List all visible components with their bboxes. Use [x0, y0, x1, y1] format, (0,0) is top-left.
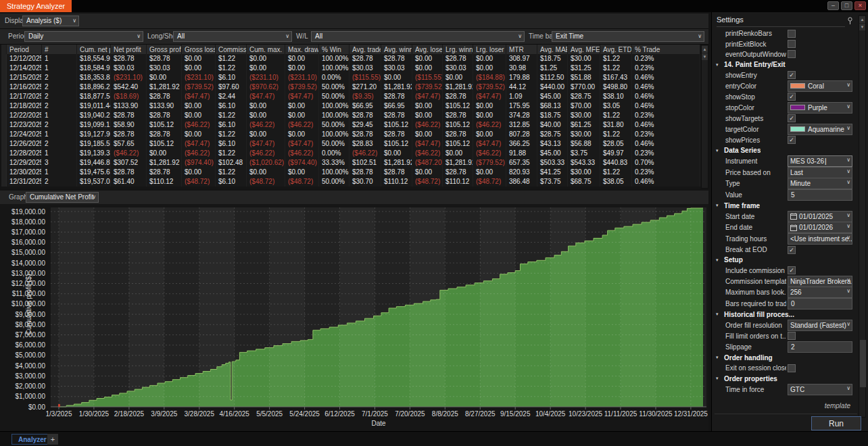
table-cell[interactable]: $19,139.33	[77, 149, 111, 158]
table-cell[interactable]: ($47.47)	[473, 92, 506, 101]
table-cell[interactable]: 12/14/2025	[7, 64, 42, 73]
table-cell[interactable]: 657.35	[506, 158, 537, 168]
table-cell[interactable]: $19,011.44	[77, 101, 111, 111]
table-cell[interactable]: $0.00	[182, 111, 216, 120]
table-cell[interactable]: $105.12	[381, 139, 412, 149]
table-cell[interactable]: $1.22	[216, 64, 247, 73]
table-cell[interactable]: $0.00	[285, 54, 319, 64]
table-cell[interactable]: ($46.22)	[473, 120, 506, 130]
table-cell[interactable]: $6.10	[216, 73, 247, 82]
table-cell[interactable]: 12/31/2025	[7, 177, 42, 187]
table-cell[interactable]: $6.10	[216, 101, 247, 111]
table-cell[interactable]: $1.22	[216, 111, 247, 120]
table-cell[interactable]: $28.75	[568, 92, 600, 101]
table-cell[interactable]: $28.78	[147, 111, 182, 120]
table-cell[interactable]: $0.00	[443, 149, 473, 158]
table-cell[interactable]: $1.22	[600, 64, 632, 73]
table-cell[interactable]: ($47.47)	[412, 139, 443, 149]
table-cell[interactable]: $1,281.92	[443, 158, 473, 168]
table-cell[interactable]: ($18.69)	[111, 92, 147, 101]
table-cell[interactable]: $66.95	[349, 101, 381, 111]
scroll-up-icon[interactable]: ▲	[702, 46, 708, 53]
table-cell[interactable]: $28.78	[349, 168, 381, 177]
table-cell[interactable]: $28.78	[147, 130, 182, 139]
checkbox[interactable]: ✓	[788, 246, 796, 254]
table-cell[interactable]: $0.00	[247, 111, 285, 120]
table-cell[interactable]: $0.00	[412, 101, 443, 111]
table-cell[interactable]: $28.78	[381, 130, 412, 139]
table-cell[interactable]: 100.00%	[319, 168, 349, 177]
table-cell[interactable]: $19,446.85	[77, 158, 111, 168]
table-cell[interactable]: $18.75	[537, 111, 568, 120]
table-cell[interactable]: $30.03	[381, 64, 412, 73]
table-cell[interactable]: 12/22/2025	[7, 111, 42, 120]
table-cell[interactable]: 2	[42, 177, 77, 187]
table-cell[interactable]: $1.22	[216, 168, 247, 177]
table-cell[interactable]: $28.78	[443, 92, 473, 101]
table-cell[interactable]: $2.44	[216, 92, 247, 101]
setting-category[interactable]: ▾Order handling	[715, 353, 857, 363]
table-cell[interactable]: $503.33	[537, 158, 568, 168]
wl-dropdown[interactable]: All ∨	[311, 31, 525, 42]
table-cell[interactable]: ($46.22)	[285, 120, 319, 130]
table-cell[interactable]: $28.78	[111, 168, 147, 177]
table-cell[interactable]: $6.10	[216, 177, 247, 187]
add-tab-button[interactable]: +	[47, 434, 58, 445]
period-dropdown[interactable]: Daily ∨	[24, 31, 143, 42]
table-cell[interactable]: 2	[42, 92, 77, 101]
table-cell[interactable]: 12/17/2025	[7, 92, 42, 101]
table-cell[interactable]: $105.12	[147, 139, 182, 149]
table-cell[interactable]: $0.00	[285, 64, 319, 73]
table-cell[interactable]: $307.52	[111, 158, 147, 168]
close-button[interactable]: ×	[854, 1, 866, 10]
table-cell[interactable]: $19,040.22	[77, 111, 111, 120]
table-cell[interactable]: $0.00	[285, 168, 319, 177]
table-cell[interactable]: 1	[42, 54, 77, 64]
table-cell[interactable]: $70.00	[568, 101, 600, 111]
table-cell[interactable]: $542.40	[111, 82, 147, 92]
table-cell[interactable]: $112.50	[537, 73, 568, 82]
table-cell[interactable]: $28.78	[443, 54, 473, 64]
table-cell[interactable]: $0.00	[285, 101, 319, 111]
table-cell[interactable]: $0.00	[182, 64, 216, 73]
table-cell[interactable]: $167.43	[600, 73, 632, 82]
table-cell[interactable]: $28.83	[349, 139, 381, 149]
maximize-button[interactable]: □	[841, 1, 852, 10]
table-cell[interactable]: ($231.10)	[285, 73, 319, 82]
table-cell[interactable]: $28.78	[147, 168, 182, 177]
table-cell[interactable]: 1	[42, 64, 77, 73]
table-cell[interactable]: $440.00	[537, 82, 568, 92]
table-cell[interactable]: 0.23%	[632, 149, 700, 158]
table-cell[interactable]: $0.00	[412, 54, 443, 64]
table-cell[interactable]: $28.75	[537, 130, 568, 139]
table-cell[interactable]: $0.00	[247, 54, 285, 64]
dropdown[interactable]: Minute∨	[788, 178, 852, 189]
table-cell[interactable]: $110.12	[381, 177, 412, 187]
dropdown[interactable]: <Use instrument se...∨	[788, 233, 852, 245]
table-cell[interactable]: 50.00%	[319, 92, 349, 101]
table-cell[interactable]: $28.78	[349, 111, 381, 120]
table-cell[interactable]: 0.46%	[632, 92, 700, 101]
table-cell[interactable]: $102.51	[349, 158, 381, 168]
checkbox[interactable]: ✓	[788, 136, 796, 144]
table-cell[interactable]: 3	[42, 158, 77, 168]
scroll-down-icon[interactable]: ▼	[702, 53, 708, 60]
table-cell[interactable]: $0.00	[285, 111, 319, 120]
table-cell[interactable]: 100.00%	[319, 111, 349, 120]
table-cell[interactable]: ($739.52)	[182, 82, 216, 92]
table-cell[interactable]: 50.00%	[319, 177, 349, 187]
table-cell[interactable]: $105.12	[147, 120, 182, 130]
table-cell[interactable]: $133.90	[147, 101, 182, 111]
table-cell[interactable]: $61.25	[568, 120, 600, 130]
table-cell[interactable]: $0.00	[473, 111, 506, 120]
table-cell[interactable]: ($48.72)	[182, 177, 216, 187]
table-cell[interactable]: 12/29/2025	[7, 158, 42, 168]
template-link[interactable]: template	[825, 402, 850, 410]
table-cell[interactable]: $19,537.03	[77, 177, 111, 187]
table-cell[interactable]: $0.00	[473, 54, 506, 64]
table-cell[interactable]: $1,281.92	[147, 158, 182, 168]
table-cell[interactable]: $1,281.92	[381, 82, 412, 92]
checkbox[interactable]	[788, 332, 796, 340]
table-cell[interactable]: $66.95	[381, 101, 412, 111]
table-cell[interactable]: ($46.22)	[111, 149, 147, 158]
